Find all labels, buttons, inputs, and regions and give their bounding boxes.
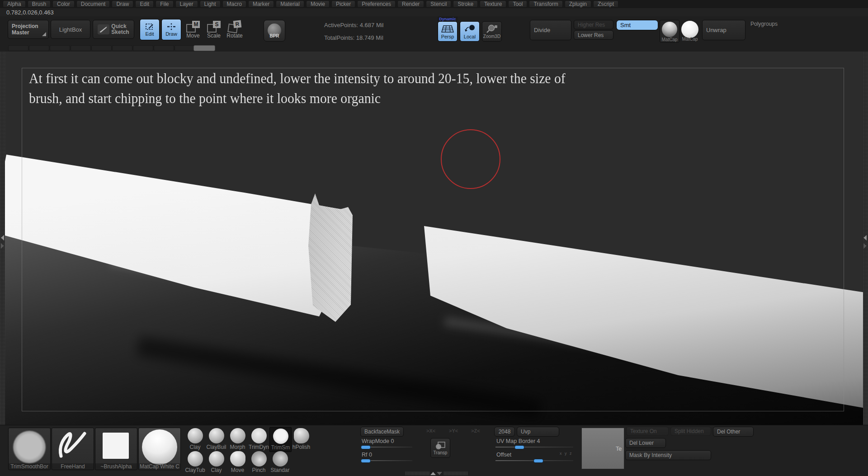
brush-blob-icon — [273, 451, 288, 467]
menu-brush[interactable]: Brush — [28, 0, 51, 8]
canvas-note-line2: brush, and start chipping to the point w… — [29, 90, 381, 107]
menu-layer[interactable]: Layer — [175, 0, 198, 8]
scale-button[interactable]: S Scale — [204, 21, 224, 39]
tray-tab[interactable] — [50, 45, 70, 51]
menu-transform[interactable]: Transform — [529, 0, 562, 8]
local-button[interactable]: Local — [460, 21, 480, 42]
tray-tab[interactable] — [112, 45, 132, 51]
bpr-button[interactable]: BPR — [264, 20, 285, 42]
menu-movie[interactable]: Movie — [306, 0, 330, 8]
tray-tab[interactable] — [154, 45, 174, 51]
tray-tab[interactable] — [91, 45, 112, 51]
tray-tab[interactable] — [71, 45, 91, 51]
mask-by-intensity-button[interactable]: Mask By Intensity — [625, 450, 711, 460]
menu-render[interactable]: Render — [397, 0, 424, 8]
menu-zplugin[interactable]: Zplugin — [565, 0, 591, 8]
axis-z-button: >Z< — [471, 428, 480, 434]
map-size-button[interactable]: 2048 — [494, 427, 515, 437]
fold-corner-icon — [42, 32, 46, 36]
brush-item-pinch[interactable]: Pinch — [248, 451, 269, 473]
tray-tab[interactable] — [8, 45, 28, 51]
lower-res-button[interactable]: Lower Res — [574, 30, 613, 40]
alpha-name-label: ~BrushAlpha — [95, 463, 137, 470]
unwrap-button[interactable]: Unwrap — [702, 20, 745, 40]
polygroups-label[interactable]: Polygroups — [750, 21, 778, 27]
draw-button[interactable]: Draw — [161, 19, 181, 40]
brush-item-trimdynamic[interactable]: TrimDyn — [248, 428, 269, 450]
divider-down-arrow-icon[interactable] — [437, 472, 442, 475]
menu-light[interactable]: Light — [200, 0, 221, 8]
current-alpha-thumb[interactable]: ~BrushAlpha — [95, 428, 137, 470]
wrapmode-slider-handle[interactable] — [361, 445, 371, 449]
brush-label: ClayTub — [184, 467, 206, 473]
tray-tab-active[interactable] — [193, 45, 215, 51]
brush-item-hpolish[interactable]: hPolish — [291, 428, 312, 450]
brush-item-trimsmoothborder[interactable]: TrimSm — [269, 427, 292, 452]
uv-map-border-slider-handle[interactable] — [514, 445, 524, 449]
split-hidden-button: Split Hidden — [670, 427, 711, 436]
brush-item-standard[interactable]: Standar — [269, 451, 291, 473]
lightbox-button[interactable]: LightBox — [51, 20, 90, 39]
menu-document[interactable]: Document — [76, 0, 110, 8]
menu-texture[interactable]: Texture — [480, 0, 506, 8]
matcap-gray-sphere-icon — [662, 22, 677, 37]
left-divider-arrow-icon — [1, 235, 4, 240]
brush-item-clay[interactable]: Clay — [184, 428, 206, 450]
matcap-gray-button[interactable]: MatCap — [660, 20, 679, 42]
left-tray-divider[interactable] — [0, 52, 5, 425]
menu-preferences[interactable]: Preferences — [357, 0, 396, 8]
bpr-label: BPR — [269, 33, 279, 38]
brush-item-claytubes[interactable]: ClayTub — [184, 451, 206, 473]
menu-draw[interactable]: Draw — [112, 0, 133, 8]
tray-tab[interactable] — [29, 45, 49, 51]
smt-button[interactable]: Smt — [616, 20, 658, 30]
backface-mask-button[interactable]: BackfaceMask — [360, 427, 404, 437]
persp-button[interactable]: Persp — [438, 21, 458, 42]
divide-button[interactable]: Divide — [530, 20, 571, 40]
menu-material[interactable]: Material — [276, 0, 304, 8]
quick-sketch-button[interactable]: Quick Sketch — [93, 20, 134, 39]
transp-button[interactable]: Transp — [430, 438, 450, 458]
menu-marker[interactable]: Marker — [248, 0, 274, 8]
menu-color[interactable]: Color — [52, 0, 75, 8]
uv-map-border-slider-track[interactable] — [495, 447, 573, 448]
sculpt-canvas[interactable]: At first it can come out blocky and unde… — [0, 52, 868, 425]
menu-picker[interactable]: Picker — [331, 0, 355, 8]
tray-tab[interactable] — [175, 45, 195, 51]
zoom3d-button[interactable]: Zoom3D — [482, 21, 502, 42]
brush-item-move[interactable]: Move — [227, 451, 248, 473]
tray-tab[interactable] — [133, 45, 153, 51]
menu-stencil[interactable]: Stencil — [426, 0, 451, 8]
brush-stroke-icon — [98, 24, 109, 34]
menu-tool[interactable]: Tool — [508, 0, 527, 8]
current-material-thumb[interactable]: MatCap White C — [138, 428, 181, 470]
projection-master-button[interactable]: Projection Master — [8, 20, 49, 39]
brush-item-claybuildup[interactable]: ClayBuil — [206, 428, 227, 450]
menu-stroke[interactable]: Stroke — [453, 0, 478, 8]
rf-slider-handle[interactable] — [361, 459, 371, 463]
menu-file[interactable]: File — [156, 0, 173, 8]
offset-slider-handle[interactable] — [533, 459, 543, 463]
current-stroke-thumb[interactable]: FreeHand — [52, 428, 94, 470]
move-button[interactable]: M Move — [183, 21, 203, 39]
current-brush-thumb[interactable]: TrimSmoothBor — [8, 428, 51, 470]
del-lower-button[interactable]: Del Lower — [625, 438, 666, 448]
menu-alpha[interactable]: Alpha — [3, 0, 26, 8]
brush-blob-icon — [188, 451, 203, 467]
bottom-divider-strip-left[interactable] — [405, 471, 430, 475]
brush-item-clay2[interactable]: Clay — [206, 451, 227, 473]
edit-button[interactable]: Edit — [140, 19, 160, 40]
menu-zscript[interactable]: Zscript — [593, 0, 618, 8]
matcap-white-button[interactable]: MatCap — [680, 20, 699, 42]
uvp-button[interactable]: Uvp — [517, 427, 559, 437]
menu-macro[interactable]: Macro — [222, 0, 246, 8]
menu-edit[interactable]: Edit — [135, 0, 154, 8]
rotate-button[interactable]: R Rotate — [225, 21, 245, 39]
divider-up-arrow-icon[interactable] — [430, 472, 436, 475]
bottom-divider-strip-right[interactable] — [443, 471, 468, 475]
del-other-button[interactable]: Del Other — [713, 427, 754, 437]
brush-item-morph[interactable]: Morph — [227, 428, 248, 450]
axis-x-button: >X< — [426, 428, 435, 434]
right-tray-divider[interactable] — [863, 52, 868, 425]
projection-master-line2: Master — [12, 29, 38, 36]
